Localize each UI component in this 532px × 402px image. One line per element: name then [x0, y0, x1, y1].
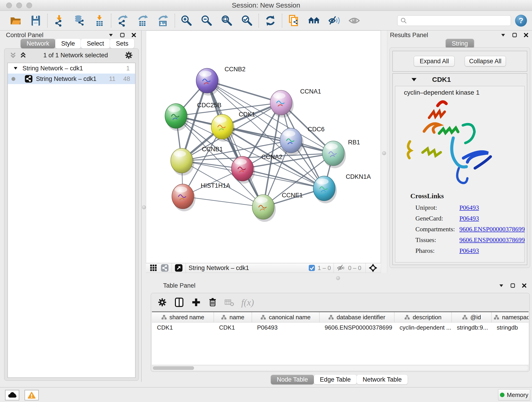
- grid-view-icon[interactable]: [150, 264, 157, 272]
- share-view-icon[interactable]: [161, 264, 169, 272]
- tab-network-table[interactable]: Network Table: [357, 375, 408, 384]
- zoom-out-button[interactable]: [196, 12, 217, 29]
- search-input[interactable]: [407, 16, 511, 26]
- clone-network-button[interactable]: [284, 12, 304, 29]
- crosslink-link[interactable]: 9606.ENSP00000378699: [459, 236, 525, 244]
- left-splitter-handle[interactable]: [142, 205, 146, 209]
- table-cell[interactable]: stringdb:9...: [452, 322, 492, 332]
- gear-icon[interactable]: [124, 51, 133, 60]
- open-session-button[interactable]: [6, 12, 26, 29]
- birdseye-crosshair-icon[interactable]: [368, 263, 378, 273]
- zoom-in-button[interactable]: [177, 12, 196, 29]
- zoom-fit-button[interactable]: [217, 12, 237, 29]
- show-graphics-details-button[interactable]: [344, 12, 364, 29]
- import-network-button[interactable]: [49, 12, 69, 29]
- crosslink-link[interactable]: P06493: [459, 247, 479, 254]
- hidden-eye-icon[interactable]: [336, 264, 346, 272]
- hide-graphics-details-button[interactable]: [324, 12, 344, 29]
- tab-network[interactable]: Network: [21, 39, 55, 48]
- column-header-name[interactable]: name: [214, 312, 252, 322]
- table-cell[interactable]: CDK1: [152, 322, 214, 332]
- node-CCNA1[interactable]: CCNA1: [270, 88, 321, 118]
- save-session-button[interactable]: [26, 12, 46, 29]
- tab-edge-table[interactable]: Edge Table: [314, 375, 357, 384]
- network-view-canvas[interactable]: CCNB2 CCNA1 CDC25B CDK1 CDC6 RB1 CCNB1 C…: [146, 31, 381, 263]
- help-button[interactable]: ?: [515, 15, 527, 27]
- node-RB1[interactable]: RB1: [322, 139, 360, 168]
- warning-button[interactable]: [25, 390, 39, 400]
- node-CDK1[interactable]: CDK1: [211, 111, 255, 142]
- show-columns-icon[interactable]: [174, 297, 184, 307]
- apply-layout-button[interactable]: [260, 12, 280, 29]
- collapse-caret-icon[interactable]: [500, 32, 506, 38]
- export-network-button[interactable]: [113, 12, 133, 29]
- table-row[interactable]: CDK1CDK1P064939606.ENSP00000378699cyclin…: [152, 322, 529, 332]
- column-header-id[interactable]: @id: [452, 312, 492, 322]
- float-panel-icon[interactable]: [512, 32, 517, 38]
- selected-checkbox-icon[interactable]: [308, 264, 315, 271]
- import-table-button[interactable]: [89, 12, 109, 29]
- entry-caret-icon[interactable]: [411, 77, 417, 82]
- tab-sets[interactable]: Sets: [110, 39, 134, 48]
- export-image-button[interactable]: [153, 12, 173, 29]
- memory-label: Memory: [507, 391, 528, 399]
- table-hscrollbar[interactable]: [152, 366, 528, 370]
- horizontal-splitter-handle[interactable]: [336, 276, 340, 280]
- network-collection-row[interactable]: String Network – cdk1 1: [8, 63, 135, 74]
- import-network-database-button[interactable]: [69, 12, 89, 29]
- close-panel-icon[interactable]: [521, 283, 527, 288]
- table-settings-gear-icon[interactable]: [157, 298, 167, 307]
- collapse-caret-icon[interactable]: [108, 32, 114, 38]
- vertical-splitter[interactable]: [381, 31, 387, 273]
- tab-style[interactable]: Style: [55, 39, 81, 48]
- table-cell[interactable]: P06493: [252, 322, 320, 332]
- column-header-canonicalname[interactable]: canonical name: [252, 312, 320, 322]
- node-CCNB2[interactable]: CCNB2: [196, 66, 246, 96]
- tab-node-table[interactable]: Node Table: [271, 375, 314, 384]
- import-network-database-icon: [73, 15, 85, 27]
- delete-column-trash-icon[interactable]: [208, 298, 217, 307]
- open-external-icon[interactable]: [175, 264, 183, 272]
- collapse-all-chevrons-icon[interactable]: [9, 51, 17, 59]
- float-panel-icon[interactable]: [510, 283, 515, 288]
- network-status-dot-icon: [12, 77, 15, 81]
- crosslink-link[interactable]: P06493: [459, 204, 479, 211]
- collapse-caret-icon[interactable]: [499, 283, 504, 288]
- cloud-button[interactable]: [5, 390, 19, 400]
- node-HIST1H1A[interactable]: HIST1H1A: [172, 182, 230, 211]
- column-header-description[interactable]: description: [394, 312, 452, 322]
- gene-entry-header[interactable]: CDK1: [393, 74, 527, 85]
- node-CDKN1A[interactable]: CDKN1A: [313, 173, 371, 203]
- expand-all-chevrons-icon[interactable]: [19, 51, 27, 59]
- table-cell[interactable]: 9606.ENSP00000378699: [320, 322, 394, 332]
- table-cell[interactable]: CDK1: [214, 322, 252, 332]
- expand-all-button[interactable]: Expand All: [414, 56, 455, 66]
- zoom-selected-button[interactable]: [237, 12, 257, 29]
- tab-select[interactable]: Select: [81, 39, 110, 48]
- search-box[interactable]: [397, 15, 511, 26]
- float-panel-icon[interactable]: [120, 32, 125, 38]
- close-panel-icon[interactable]: [131, 32, 137, 38]
- memory-button[interactable]: Memory: [498, 389, 530, 401]
- network-row-selected[interactable]: String Network – cdk1 11 48: [8, 74, 135, 84]
- table-hscrollbar-thumb[interactable]: [153, 366, 194, 370]
- export-table-button[interactable]: [133, 12, 153, 29]
- network-view-toolbar: String Network – cdk1 1 – 0 0 – 0: [146, 263, 381, 273]
- table-cell[interactable]: cyclin-dependent ...: [394, 322, 452, 332]
- crosslink-link[interactable]: P06493: [459, 215, 479, 222]
- tree-expand-caret-icon[interactable]: [13, 66, 18, 70]
- tab-string[interactable]: String: [446, 39, 474, 48]
- string-home-button[interactable]: [304, 12, 324, 29]
- close-panel-icon[interactable]: [523, 32, 529, 38]
- collapse-all-button[interactable]: Collapse All: [465, 56, 506, 66]
- crosslink-link[interactable]: 9606.ENSP00000378699: [459, 225, 525, 233]
- node-table[interactable]: shared namenamecanonical namedatabase id…: [152, 312, 529, 365]
- node-CDC6[interactable]: CDC6: [280, 126, 325, 155]
- network-edges[interactable]: [176, 81, 333, 207]
- create-column-plus-icon[interactable]: [191, 298, 201, 307]
- string-network-graph[interactable]: CCNB2 CCNA1 CDC25B CDK1 CDC6 RB1 CCNB1 C…: [146, 31, 380, 263]
- column-header-databaseidentifier[interactable]: database identifier: [320, 312, 394, 322]
- column-header-namespace[interactable]: namespace: [492, 312, 529, 322]
- table-cell[interactable]: stringdb: [492, 322, 529, 332]
- column-header-sharedname[interactable]: shared name: [152, 312, 214, 322]
